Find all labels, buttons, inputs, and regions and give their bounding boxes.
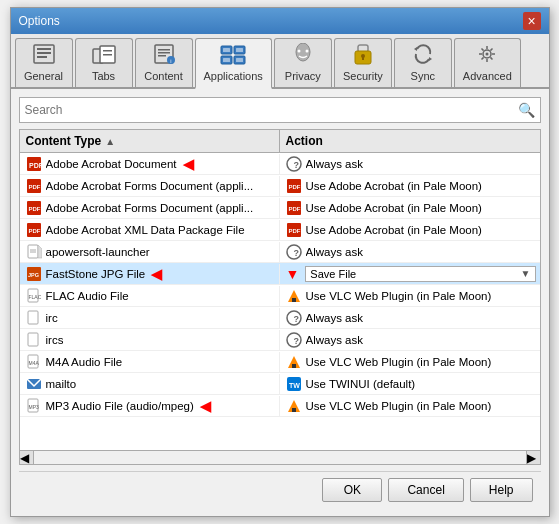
cell-action: PDF Use Adobe Acrobat (in Pale Moon): [280, 176, 540, 196]
table-row[interactable]: MP3 MP3 Audio File (audio/mpeg) ◀ Use VL…: [20, 395, 540, 417]
svg-rect-11: [158, 55, 166, 57]
file-icon-m4a: M4A: [26, 354, 42, 370]
file-icon-irc: [26, 310, 42, 326]
sort-arrow-icon: ▲: [105, 136, 115, 147]
svg-text:PDF: PDF: [29, 162, 42, 169]
svg-rect-18: [223, 48, 230, 52]
svg-text:PDF: PDF: [288, 206, 300, 212]
svg-rect-19: [236, 48, 243, 52]
content-type-text: Adobe Acrobat Forms Document (appli...: [46, 202, 254, 214]
table-row[interactable]: mailto TW Use TWINUI (default): [20, 373, 540, 395]
tab-advanced[interactable]: Advanced: [454, 38, 521, 87]
content-type-header-label: Content Type: [26, 134, 102, 148]
left-arrow-icon: ◀: [200, 398, 211, 414]
cancel-button[interactable]: Cancel: [388, 478, 463, 502]
table-row[interactable]: PDF Adobe Acrobat Forms Document (appli.…: [20, 197, 540, 219]
svg-text:M4A: M4A: [28, 360, 39, 366]
tab-bar: General Tabs i: [11, 34, 549, 89]
svg-point-24: [305, 50, 308, 53]
action-text: Use VLC Web Plugin (in Pale Moon): [306, 290, 492, 302]
tab-sync[interactable]: Sync: [394, 38, 452, 87]
action-text: Use Adobe Acrobat (in Pale Moon): [306, 180, 482, 192]
down-arrow-indicator: ▼: [286, 266, 300, 282]
action-dropdown[interactable]: Save File ▼: [305, 266, 535, 282]
cell-content-type: FLAC FLAC Audio File: [20, 286, 280, 306]
svg-text:?: ?: [293, 160, 299, 170]
tab-content[interactable]: i Content: [135, 38, 193, 87]
svg-rect-7: [103, 54, 112, 56]
dropdown-value: Save File: [310, 268, 356, 280]
svg-text:i: i: [170, 58, 171, 64]
tab-tabs[interactable]: Tabs: [75, 38, 133, 87]
table-row[interactable]: ircs ? Always ask: [20, 329, 540, 351]
cell-content-type: M4A M4A Audio File: [20, 352, 280, 372]
svg-text:MP3: MP3: [28, 404, 39, 410]
tab-applications-label: Applications: [204, 70, 263, 82]
table-row[interactable]: PDF Adobe Acrobat Forms Document (appli.…: [20, 175, 540, 197]
content-type-text: irc: [46, 312, 58, 324]
scroll-right-button[interactable]: ▶: [526, 451, 540, 464]
svg-point-23: [297, 50, 300, 53]
cell-content-type: mailto: [20, 374, 280, 394]
search-icon: 🔍: [518, 102, 535, 118]
action-icon-ask: ?: [286, 332, 302, 348]
tab-general[interactable]: General: [15, 38, 73, 87]
content-type-text: MP3 Audio File (audio/mpeg): [46, 400, 194, 412]
cell-content-type: JPG FastStone JPG File ◀: [20, 264, 280, 284]
tab-security-label: Security: [343, 70, 383, 82]
table-row[interactable]: M4A M4A Audio File Use VLC Web Plugin (i…: [20, 351, 540, 373]
svg-text:PDF: PDF: [28, 228, 40, 234]
tab-security[interactable]: Security: [334, 38, 392, 87]
search-input[interactable]: [25, 103, 518, 117]
action-icon-vlc: [286, 398, 302, 414]
tab-applications[interactable]: Applications: [195, 38, 272, 89]
main-content: 🔍 Content Type ▲ Action PDF: [11, 89, 549, 516]
horizontal-scroll-track[interactable]: [34, 451, 526, 464]
svg-rect-6: [103, 50, 112, 52]
action-text: Use VLC Web Plugin (in Pale Moon): [306, 356, 492, 368]
svg-text:JPG: JPG: [28, 272, 39, 278]
cell-action: Use VLC Web Plugin (in Pale Moon): [280, 352, 540, 372]
ok-button[interactable]: OK: [322, 478, 382, 502]
action-text: Always ask: [306, 312, 364, 324]
cell-action-dropdown[interactable]: ▼ Save File ▼: [280, 265, 540, 283]
sync-icon: [409, 43, 437, 68]
action-header-label: Action: [286, 134, 323, 148]
security-icon: [349, 43, 377, 68]
svg-rect-28: [362, 57, 364, 60]
tab-privacy[interactable]: Privacy: [274, 38, 332, 87]
chevron-down-icon[interactable]: ▼: [521, 268, 531, 279]
action-text: Use TWINUI (default): [306, 378, 416, 390]
action-icon-acrobat: PDF: [286, 178, 302, 194]
table-row[interactable]: PDF Adobe Acrobat Document ◀ ? Always as…: [20, 153, 540, 175]
svg-point-32: [486, 53, 489, 56]
cell-content-type: MP3 MP3 Audio File (audio/mpeg) ◀: [20, 396, 280, 416]
content-type-text: apowersoft-launcher: [46, 246, 150, 258]
svg-rect-85: [292, 408, 296, 412]
cell-action: PDF Use Adobe Acrobat (in Pale Moon): [280, 220, 540, 240]
general-icon: [30, 43, 58, 68]
table-row[interactable]: FLAC FLAC Audio File Use VLC Web Plugin …: [20, 285, 540, 307]
tab-tabs-label: Tabs: [92, 70, 115, 82]
content-icon: i: [150, 43, 178, 68]
svg-line-39: [491, 49, 493, 51]
table-body[interactable]: PDF Adobe Acrobat Document ◀ ? Always as…: [20, 153, 540, 450]
action-icon-ask: ?: [286, 310, 302, 326]
svg-text:PDF: PDF: [288, 228, 300, 234]
table-row[interactable]: PDF Adobe Acrobat XML Data Package File …: [20, 219, 540, 241]
horizontal-scrollbar[interactable]: ◀ ▶: [20, 450, 540, 464]
table-row-selected[interactable]: JPG FastStone JPG File ◀ ▼ Save File ▼: [20, 263, 540, 285]
table-row[interactable]: apowersoft-launcher ? Always ask: [20, 241, 540, 263]
file-icon-ircs: [26, 332, 42, 348]
action-text: Always ask: [306, 158, 364, 170]
table-row[interactable]: irc ? Always ask: [20, 307, 540, 329]
advanced-icon: [473, 43, 501, 68]
scroll-left-button[interactable]: ◀: [20, 451, 34, 464]
svg-text:?: ?: [293, 314, 299, 324]
help-button[interactable]: Help: [470, 478, 533, 502]
close-button[interactable]: ×: [523, 12, 541, 30]
tabs-icon: [90, 43, 118, 68]
content-type-text: M4A Audio File: [46, 356, 123, 368]
action-text: Use Adobe Acrobat (in Pale Moon): [306, 224, 482, 236]
svg-rect-9: [158, 49, 170, 51]
